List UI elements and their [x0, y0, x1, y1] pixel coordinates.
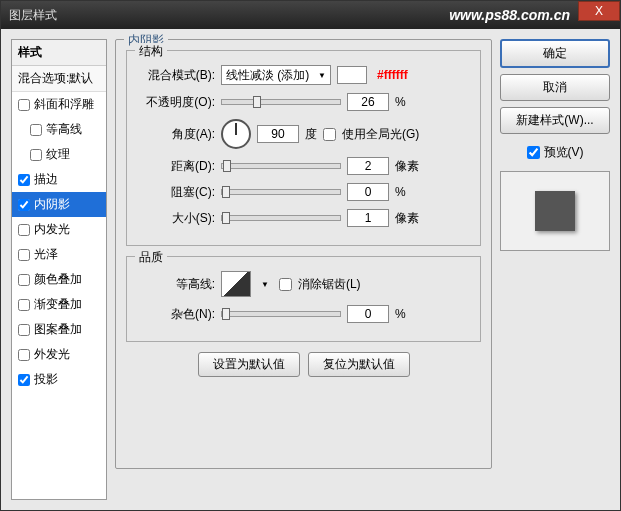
set-default-button[interactable]: 设置为默认值 [198, 352, 300, 377]
size-slider[interactable] [221, 215, 341, 221]
antialias-checkbox[interactable] [279, 278, 292, 291]
new-style-button[interactable]: 新建样式(W)... [500, 107, 610, 134]
style-checkbox[interactable] [18, 299, 30, 311]
preview-checkbox[interactable] [527, 146, 540, 159]
cancel-button[interactable]: 取消 [500, 74, 610, 101]
blend-mode-label: 混合模式(B): [137, 67, 215, 84]
style-item-label: 纹理 [46, 146, 70, 163]
reset-default-button[interactable]: 复位为默认值 [308, 352, 410, 377]
style-checkbox[interactable] [18, 174, 30, 186]
distance-unit: 像素 [395, 158, 419, 175]
structure-group: 结构 混合模式(B): 线性减淡 (添加) ▼ #ffffff 不透明度(O): [126, 50, 481, 246]
window-title: 图层样式 [9, 7, 57, 24]
style-item-8[interactable]: 渐变叠加 [12, 292, 106, 317]
size-unit: 像素 [395, 210, 419, 227]
style-item-3[interactable]: 描边 [12, 167, 106, 192]
style-item-11[interactable]: 投影 [12, 367, 106, 392]
noise-label: 杂色(N): [137, 306, 215, 323]
watermark-url: www.ps88.com.cn [449, 7, 570, 23]
close-button[interactable]: X [578, 1, 620, 21]
noise-slider[interactable] [221, 311, 341, 317]
style-checkbox[interactable] [30, 149, 42, 161]
style-item-label: 图案叠加 [34, 321, 82, 338]
style-item-label: 光泽 [34, 246, 58, 263]
layer-style-dialog: 图层样式 www.ps88.com.cn X 样式 混合选项:默认 斜面和浮雕等… [0, 0, 621, 511]
chevron-down-icon: ▼ [318, 71, 326, 80]
contour-label: 等高线: [137, 276, 215, 293]
style-item-9[interactable]: 图案叠加 [12, 317, 106, 342]
opacity-unit: % [395, 95, 406, 109]
choke-input[interactable]: 0 [347, 183, 389, 201]
choke-unit: % [395, 185, 406, 199]
blend-mode-combo[interactable]: 线性减淡 (添加) ▼ [221, 65, 331, 85]
opacity-label: 不透明度(O): [137, 94, 215, 111]
distance-slider[interactable] [221, 163, 341, 169]
style-checkbox[interactable] [18, 99, 30, 111]
global-light-checkbox[interactable] [323, 128, 336, 141]
angle-dial[interactable] [221, 119, 251, 149]
distance-input[interactable]: 2 [347, 157, 389, 175]
size-input[interactable]: 1 [347, 209, 389, 227]
main-panel: 内阴影 结构 混合模式(B): 线性减淡 (添加) ▼ #ffffff 不透明度… [115, 39, 492, 500]
quality-title: 品质 [135, 249, 167, 266]
distance-label: 距离(D): [137, 158, 215, 175]
style-checkbox[interactable] [18, 324, 30, 336]
preview-box [500, 171, 610, 251]
style-item-label: 内阴影 [34, 196, 70, 213]
style-item-label: 渐变叠加 [34, 296, 82, 313]
style-item-7[interactable]: 颜色叠加 [12, 267, 106, 292]
style-item-10[interactable]: 外发光 [12, 342, 106, 367]
global-light-label: 使用全局光(G) [342, 126, 419, 143]
choke-label: 阻塞(C): [137, 184, 215, 201]
color-hex: #ffffff [377, 68, 408, 82]
contour-picker[interactable] [221, 271, 251, 297]
styles-header: 样式 [12, 40, 106, 66]
angle-label: 角度(A): [137, 126, 215, 143]
color-swatch[interactable] [337, 66, 367, 84]
opacity-slider[interactable] [221, 99, 341, 105]
style-item-label: 外发光 [34, 346, 70, 363]
angle-input[interactable]: 90 [257, 125, 299, 143]
style-item-label: 颜色叠加 [34, 271, 82, 288]
preview-label: 预览(V) [544, 144, 584, 161]
style-item-4[interactable]: 内阴影 [12, 192, 106, 217]
style-item-label: 描边 [34, 171, 58, 188]
style-checkbox[interactable] [18, 349, 30, 361]
opacity-input[interactable]: 26 [347, 93, 389, 111]
style-item-label: 斜面和浮雕 [34, 96, 94, 113]
preview-swatch [535, 191, 575, 231]
noise-input[interactable]: 0 [347, 305, 389, 323]
angle-unit: 度 [305, 126, 317, 143]
style-item-label: 内发光 [34, 221, 70, 238]
styles-list: 样式 混合选项:默认 斜面和浮雕等高线纹理描边内阴影内发光光泽颜色叠加渐变叠加图… [11, 39, 107, 500]
noise-unit: % [395, 307, 406, 321]
style-item-label: 等高线 [46, 121, 82, 138]
titlebar: 图层样式 www.ps88.com.cn X [1, 1, 620, 29]
style-item-2[interactable]: 纹理 [12, 142, 106, 167]
ok-button[interactable]: 确定 [500, 39, 610, 68]
style-item-label: 投影 [34, 371, 58, 388]
choke-slider[interactable] [221, 189, 341, 195]
style-checkbox[interactable] [30, 124, 42, 136]
chevron-down-icon[interactable]: ▼ [261, 280, 269, 289]
blend-options-row[interactable]: 混合选项:默认 [12, 66, 106, 92]
style-item-1[interactable]: 等高线 [12, 117, 106, 142]
antialias-label: 消除锯齿(L) [298, 276, 361, 293]
size-label: 大小(S): [137, 210, 215, 227]
style-checkbox[interactable] [18, 224, 30, 236]
style-item-5[interactable]: 内发光 [12, 217, 106, 242]
style-checkbox[interactable] [18, 374, 30, 386]
style-item-0[interactable]: 斜面和浮雕 [12, 92, 106, 117]
style-checkbox[interactable] [18, 274, 30, 286]
quality-group: 品质 等高线: ▼ 消除锯齿(L) 杂色(N): 0 % [126, 256, 481, 342]
style-checkbox[interactable] [18, 199, 30, 211]
structure-title: 结构 [135, 43, 167, 60]
right-panel: 确定 取消 新建样式(W)... 预览(V) [500, 39, 610, 500]
style-checkbox[interactable] [18, 249, 30, 261]
style-item-6[interactable]: 光泽 [12, 242, 106, 267]
